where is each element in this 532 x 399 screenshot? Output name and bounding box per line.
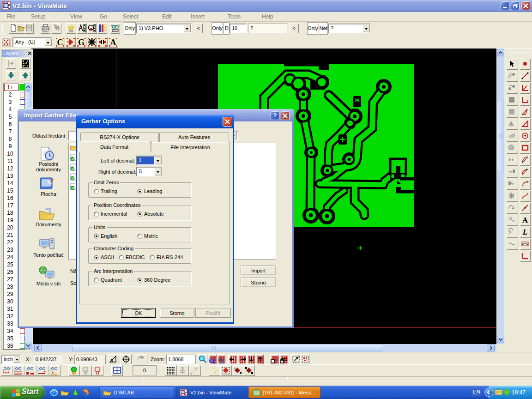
svg-text:?: ?: [57, 27, 60, 32]
svg-text:A: A: [110, 38, 116, 47]
svg-text:e: e: [53, 389, 56, 396]
svg-text:A: A: [522, 216, 528, 224]
svg-text:s: s: [234, 367, 236, 370]
svg-text:C: C: [57, 38, 63, 47]
svg-text:L: L: [522, 228, 527, 236]
svg-text:G: G: [78, 38, 85, 47]
